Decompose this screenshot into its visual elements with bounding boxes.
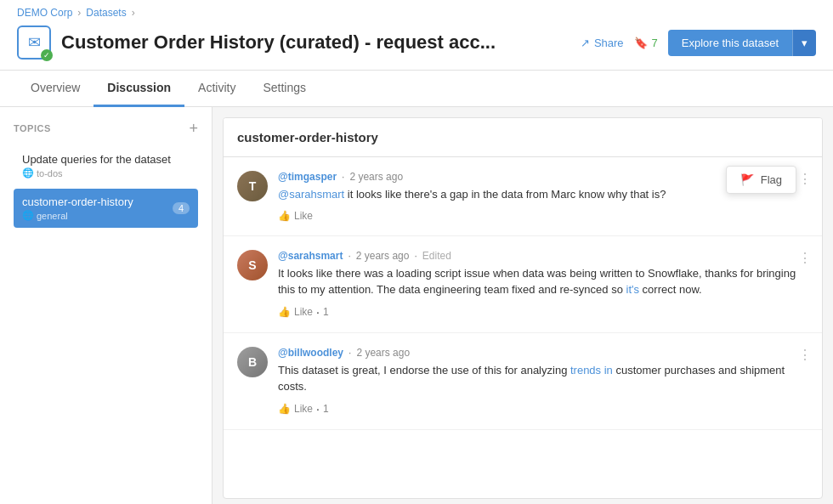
thumbsup-icon-bill: 👍 bbox=[278, 403, 291, 415]
comment-time-timgasper: 2 years ago bbox=[349, 171, 403, 183]
tab-settings[interactable]: Settings bbox=[249, 71, 320, 107]
page-title: Customer Order History (curated) - reque… bbox=[61, 31, 570, 54]
comment-actions-sarahsmart: 👍 Like · 1 bbox=[278, 305, 808, 319]
add-topic-button[interactable]: + bbox=[189, 121, 198, 136]
explore-dropdown-button[interactable]: ▾ bbox=[792, 30, 816, 56]
breadcrumb: DEMO Corp › Datasets › bbox=[17, 0, 816, 22]
comment-meta-billwoodley: @billwoodley · 2 years ago bbox=[278, 347, 808, 359]
more-options-button-timgasper[interactable]: ⋮ bbox=[798, 171, 812, 187]
share-icon: ↗ bbox=[581, 37, 590, 49]
share-label: Share bbox=[594, 37, 624, 49]
topic-item-customer-order-history[interactable]: customer-order-history 🌐 general 4 bbox=[14, 189, 198, 228]
comment-body-billwoodley: @billwoodley · 2 years ago This dataset … bbox=[278, 347, 808, 416]
avatar-timgasper: T bbox=[237, 171, 268, 201]
dataset-icon: ✉ ✓ bbox=[17, 25, 51, 59]
like-button-sarahsmart[interactable]: 👍 Like bbox=[278, 306, 313, 318]
comment-truncated: know why that is? bbox=[579, 188, 666, 201]
comment-edited-badge: Edited bbox=[422, 250, 451, 262]
avatar-billwoodley: B bbox=[237, 347, 268, 377]
comment-time-billwoodley: 2 years ago bbox=[356, 347, 410, 359]
like-button-billwoodley[interactable]: 👍 Like bbox=[278, 403, 313, 415]
tab-activity[interactable]: Activity bbox=[184, 71, 249, 107]
verified-badge: ✓ bbox=[41, 49, 53, 61]
avatar-letter-bill: B bbox=[248, 355, 257, 369]
tag-text-active: general bbox=[37, 211, 68, 221]
topics-label: TOPICS bbox=[14, 123, 51, 133]
more-options-button-billwoodley[interactable]: ⋮ bbox=[798, 347, 812, 363]
comment-dot3: · bbox=[414, 250, 416, 262]
link-trends: trends in bbox=[570, 364, 613, 377]
comment-user-sarahsmart: @sarahsmart bbox=[278, 250, 343, 262]
comment-timgasper: T @timgasper · 2 years ago @sarahsmart i… bbox=[224, 157, 822, 236]
like-label-sarah: Like bbox=[294, 306, 313, 318]
like-sep2: · bbox=[316, 402, 320, 416]
comment-dot: · bbox=[342, 171, 344, 183]
like-count-sarahsmart: 1 bbox=[323, 306, 329, 318]
tab-discussion[interactable]: Discussion bbox=[94, 71, 184, 107]
explore-button-group: Explore this dataset ▾ bbox=[668, 30, 816, 56]
flag-popup: 🚩 Flag bbox=[726, 166, 796, 194]
globe-icon: 🌐 bbox=[22, 167, 34, 178]
breadcrumb-sep2: › bbox=[132, 7, 135, 19]
discussion-panel: customer-order-history T @timgasper · 2 … bbox=[223, 117, 823, 499]
comment-text-sarahsmart: It looks like there was a loading script… bbox=[278, 265, 808, 298]
comment-sarahsmart: S @sarahsmart · 2 years ago · Edited It … bbox=[224, 236, 822, 333]
thumbsup-icon: 👍 bbox=[278, 210, 291, 222]
main-content: TOPICS + Update queries for the dataset … bbox=[0, 107, 833, 504]
comment-dot4: · bbox=[348, 347, 351, 359]
topic-tag: 🌐 to-dos bbox=[22, 167, 190, 178]
flag-icon: 🚩 bbox=[740, 173, 754, 186]
comment-time-sarahsmart: 2 years ago bbox=[356, 250, 410, 262]
sidebar-header: TOPICS + bbox=[14, 121, 198, 136]
topic-name-active: customer-order-history bbox=[22, 195, 173, 208]
comment-user-timgasper: @timgasper bbox=[278, 171, 337, 183]
topic-row: customer-order-history 🌐 general 4 bbox=[22, 195, 190, 221]
like-label-bill: Like bbox=[294, 403, 313, 415]
comment-content-timgasper: it looks like there's a gap in the data … bbox=[348, 188, 575, 201]
explore-button[interactable]: Explore this dataset bbox=[668, 30, 792, 56]
topics-sidebar: TOPICS + Update queries for the dataset … bbox=[0, 107, 212, 504]
avatar-letter-sarah: S bbox=[248, 258, 256, 272]
topic-count-badge: 4 bbox=[173, 202, 190, 214]
discussion-topic-title: customer-order-history bbox=[224, 118, 822, 157]
breadcrumb-sep1: › bbox=[77, 7, 81, 19]
comment-user-billwoodley: @billwoodley bbox=[278, 347, 343, 359]
globe-icon-active: 🌐 bbox=[22, 210, 34, 221]
bookmark-count: 7 bbox=[652, 37, 658, 49]
flag-label: Flag bbox=[761, 173, 782, 186]
like-sep: · bbox=[316, 305, 320, 319]
comment-text-billwoodley: This dataset is great, I endorse the use… bbox=[278, 362, 808, 395]
header-actions: ↗ Share 🔖 7 Explore this dataset ▾ bbox=[581, 30, 816, 56]
tab-bar: Overview Discussion Activity Settings bbox=[0, 71, 833, 107]
like-count-billwoodley: 1 bbox=[323, 403, 329, 415]
topic-name: Update queries for the dataset bbox=[22, 153, 190, 166]
envelope-icon: ✉ bbox=[28, 33, 41, 52]
share-button[interactable]: ↗ Share bbox=[581, 37, 624, 49]
comment-actions-timgasper: 👍 Like bbox=[278, 210, 808, 222]
title-row: ✉ ✓ Customer Order History (curated) - r… bbox=[17, 22, 816, 70]
tab-overview[interactable]: Overview bbox=[17, 71, 94, 107]
comment-dot2: · bbox=[348, 250, 350, 262]
like-label: Like bbox=[294, 210, 313, 222]
thumbsup-icon-sarah: 👍 bbox=[278, 306, 291, 318]
breadcrumb-datasets[interactable]: Datasets bbox=[86, 7, 126, 19]
comment-body-sarahsmart: @sarahsmart · 2 years ago · Edited It lo… bbox=[278, 250, 808, 319]
mention-sarahsmart: @sarahsmart bbox=[278, 188, 344, 201]
avatar-sarahsmart: S bbox=[237, 250, 268, 280]
comment-meta-sarahsmart: @sarahsmart · 2 years ago · Edited bbox=[278, 250, 808, 262]
tag-text: to-dos bbox=[37, 168, 63, 178]
link-correct: it's bbox=[626, 283, 639, 296]
page-header: DEMO Corp › Datasets › ✉ ✓ Customer Orde… bbox=[0, 0, 833, 71]
bookmark-icon: 🔖 bbox=[634, 37, 648, 49]
comment-billwoodley: B @billwoodley · 2 years ago This datase… bbox=[224, 333, 822, 430]
comments-list: T @timgasper · 2 years ago @sarahsmart i… bbox=[224, 157, 822, 430]
comment-actions-billwoodley: 👍 Like · 1 bbox=[278, 402, 808, 416]
more-options-button-sarahsmart[interactable]: ⋮ bbox=[798, 250, 812, 266]
avatar-letter: T bbox=[249, 179, 257, 193]
topic-tag-active: 🌐 general bbox=[22, 210, 173, 221]
like-button-timgasper[interactable]: 👍 Like bbox=[278, 210, 313, 222]
bookmark-button[interactable]: 🔖 7 bbox=[634, 37, 658, 49]
topic-item-to-dos[interactable]: Update queries for the dataset 🌐 to-dos bbox=[14, 146, 198, 185]
breadcrumb-org[interactable]: DEMO Corp bbox=[17, 7, 72, 19]
